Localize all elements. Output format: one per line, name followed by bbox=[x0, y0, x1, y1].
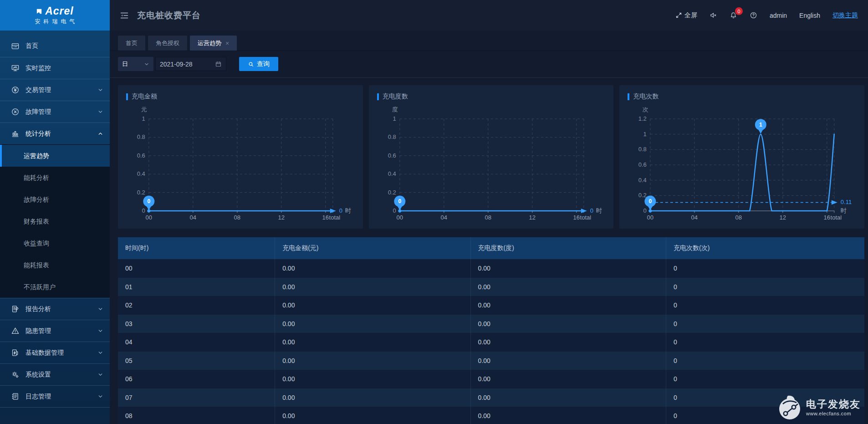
table-cell: 0.00 bbox=[470, 407, 666, 424]
sidebar-subitem[interactable]: 能耗报表 bbox=[0, 254, 110, 276]
basedata-icon bbox=[11, 348, 20, 357]
svg-text:0: 0 bbox=[398, 198, 401, 204]
sidebar-subitem[interactable]: 财务报表 bbox=[0, 210, 110, 232]
mute-button[interactable] bbox=[710, 11, 717, 19]
chevron-down-icon bbox=[97, 350, 103, 356]
menu-fold-icon[interactable] bbox=[119, 10, 129, 20]
svg-text:时: 时 bbox=[345, 207, 351, 214]
chart-card: 充电金额元00.20.40.60.810004081216total0时0 bbox=[118, 85, 363, 229]
table-cell: 0.00 bbox=[275, 407, 470, 424]
svg-text:16: 16 bbox=[573, 214, 579, 221]
table-row: 070.000.000 bbox=[118, 388, 864, 407]
table-cell: 0.00 bbox=[275, 370, 470, 388]
svg-text:0: 0 bbox=[147, 198, 150, 204]
period-select[interactable]: 日 bbox=[118, 57, 153, 71]
table-cell: 0 bbox=[666, 259, 864, 278]
table-header-row: 时间(时)充电金额(元)充电度数(度)充电次数(次) bbox=[118, 237, 864, 259]
sidebar-item[interactable]: 报告分析 bbox=[0, 298, 110, 320]
sidebar-subitem[interactable]: 能耗分析 bbox=[0, 167, 110, 189]
elecfans-logo-icon bbox=[777, 395, 802, 420]
svg-text:total: total bbox=[831, 214, 842, 221]
query-button-label: 查询 bbox=[257, 60, 270, 68]
table-cell: 0.00 bbox=[275, 352, 470, 370]
watermark: 电子发烧友 www.elecfans.com bbox=[777, 395, 861, 420]
chevron-down-icon bbox=[97, 306, 103, 312]
sidebar-item[interactable]: 日志管理 bbox=[0, 385, 110, 407]
sidebar-item-label: 实时监控 bbox=[26, 64, 103, 72]
sidebar-item[interactable]: 首页 bbox=[0, 35, 110, 57]
brand-subtitle: 安科瑞电气 bbox=[32, 18, 78, 26]
svg-text:12: 12 bbox=[529, 214, 535, 221]
language-switch[interactable]: English bbox=[799, 12, 820, 19]
tab[interactable]: 运营趋势× bbox=[190, 36, 237, 51]
tab-label: 角色授权 bbox=[156, 39, 179, 47]
sidebar-item[interactable]: 交易管理 bbox=[0, 79, 110, 101]
sidebar-subitem[interactable]: 运营趋势 bbox=[0, 145, 110, 167]
table-cell: 0.00 bbox=[275, 296, 470, 315]
table-cell: 02 bbox=[118, 296, 275, 315]
table-cell: 01 bbox=[118, 278, 275, 296]
table-cell: 0.00 bbox=[470, 296, 666, 315]
sidebar-item[interactable]: 基础数据管理 bbox=[0, 342, 110, 363]
svg-text:04: 04 bbox=[691, 214, 698, 221]
chart-card-title: 充电度数 bbox=[377, 92, 606, 101]
help-button[interactable] bbox=[750, 11, 757, 19]
table-cell: 0.00 bbox=[470, 352, 666, 370]
chart-title-text: 充电金额 bbox=[132, 92, 157, 101]
table-body: 000.000.000010.000.000020.000.000030.000… bbox=[118, 259, 864, 424]
sidebar-menu: 首页实时监控交易管理故障管理统计分析运营趋势能耗分析故障分析财务报表收益查询能耗… bbox=[0, 31, 110, 424]
table-cell: 0.00 bbox=[470, 278, 666, 296]
date-input[interactable]: 2021-09-28 bbox=[155, 57, 226, 71]
sidebar-item[interactable]: 统计分析 bbox=[0, 123, 110, 144]
acrel-logo-icon bbox=[36, 8, 43, 15]
table-row: 030.000.000 bbox=[118, 315, 864, 333]
table-row: 040.000.000 bbox=[118, 333, 864, 352]
svg-text:16: 16 bbox=[322, 214, 329, 221]
sidebar-divider bbox=[0, 407, 110, 421]
query-button[interactable]: 查询 bbox=[239, 57, 278, 71]
chevron-down-icon bbox=[97, 393, 103, 399]
fullscreen-label: 全屏 bbox=[684, 11, 697, 20]
sidebar-item-label: 故障管理 bbox=[26, 108, 97, 116]
chart-marker-pin: 1 bbox=[755, 119, 766, 134]
svg-text:0.6: 0.6 bbox=[638, 161, 647, 168]
svg-text:次: 次 bbox=[643, 106, 648, 113]
theme-switch-link[interactable]: 切换主题 bbox=[832, 11, 858, 20]
svg-text:1: 1 bbox=[759, 122, 762, 128]
page-title: 充电桩收费平台 bbox=[137, 10, 201, 21]
sidebar-item[interactable]: 系统设置 bbox=[0, 363, 110, 385]
hazard-icon bbox=[11, 327, 20, 335]
table-cell: 0.00 bbox=[470, 259, 666, 278]
svg-text:0.2: 0.2 bbox=[638, 192, 647, 199]
svg-text:0.4: 0.4 bbox=[388, 170, 396, 177]
tab[interactable]: 首页 bbox=[118, 36, 145, 51]
sidebar-item[interactable]: 故障管理 bbox=[0, 101, 110, 123]
table-cell: 0 bbox=[666, 315, 864, 333]
svg-text:1: 1 bbox=[393, 115, 396, 122]
svg-text:16: 16 bbox=[824, 214, 830, 221]
svg-text:0.4: 0.4 bbox=[137, 170, 145, 177]
sidebar-item[interactable]: 隐患管理 bbox=[0, 320, 110, 342]
svg-text:0.6: 0.6 bbox=[388, 152, 396, 159]
svg-text:0.4: 0.4 bbox=[638, 177, 647, 184]
fullscreen-button[interactable]: 全屏 bbox=[675, 11, 697, 20]
tab-label: 运营趋势 bbox=[198, 39, 221, 47]
sidebar-subitem[interactable]: 故障分析 bbox=[0, 189, 110, 210]
svg-text:0: 0 bbox=[393, 207, 396, 214]
table-cell: 0 bbox=[666, 278, 864, 296]
svg-text:0.6: 0.6 bbox=[137, 152, 145, 159]
tab[interactable]: 角色授权 bbox=[148, 36, 187, 51]
sidebar-item-label: 首页 bbox=[26, 42, 103, 50]
logs-icon bbox=[11, 392, 20, 401]
table-cell: 07 bbox=[118, 388, 275, 407]
help-icon bbox=[750, 11, 757, 19]
fault-icon bbox=[11, 107, 20, 116]
sidebar-subitem[interactable]: 收益查询 bbox=[0, 232, 110, 254]
sidebar-item[interactable]: 实时监控 bbox=[0, 57, 110, 79]
chevron-down-icon bbox=[97, 372, 103, 378]
user-name[interactable]: admin bbox=[770, 12, 787, 19]
notifications-button[interactable]: 0 bbox=[730, 11, 737, 19]
svg-text:元: 元 bbox=[141, 106, 147, 113]
tab-close-icon[interactable]: × bbox=[225, 40, 229, 46]
sidebar-subitem[interactable]: 不活跃用户 bbox=[0, 276, 110, 298]
